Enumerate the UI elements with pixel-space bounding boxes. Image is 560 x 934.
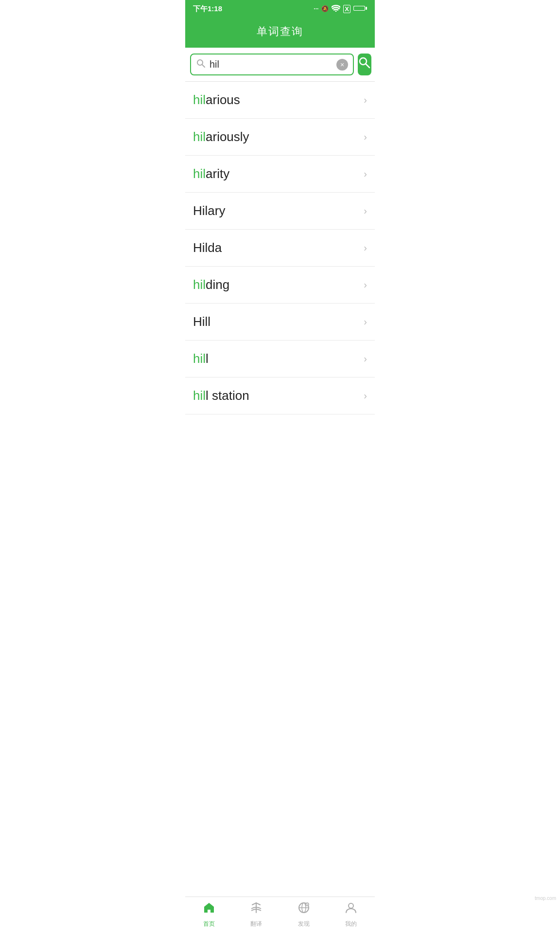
chevron-right-icon: › bbox=[364, 168, 367, 180]
chevron-right-icon: › bbox=[364, 353, 367, 364]
search-icon bbox=[358, 56, 371, 73]
chevron-right-icon: › bbox=[364, 131, 367, 143]
app-header: 单词查询 bbox=[185, 18, 375, 48]
chevron-right-icon: › bbox=[364, 205, 367, 216]
chevron-right-icon: › bbox=[364, 94, 367, 106]
word-rest: arious bbox=[206, 92, 240, 107]
svg-rect-1 bbox=[366, 7, 367, 10]
status-icons: ··· 🔕 X bbox=[314, 5, 367, 13]
results-list: hilarious›hilariously›hilarity›Hilary›Hi… bbox=[185, 82, 375, 414]
status-time: 下午1:18 bbox=[193, 4, 222, 14]
chevron-right-icon: › bbox=[364, 242, 367, 253]
battery-icon bbox=[353, 5, 367, 13]
word-highlight: hil bbox=[193, 351, 206, 366]
clear-button[interactable]: × bbox=[336, 59, 348, 71]
word-rest: ding bbox=[206, 277, 229, 292]
signal-dots-icon: ··· bbox=[314, 5, 318, 12]
list-item[interactable]: hilding› bbox=[185, 267, 375, 304]
word-highlight: hil bbox=[193, 277, 206, 292]
list-item[interactable]: hill station› bbox=[185, 377, 375, 414]
page-title: 单词查询 bbox=[185, 24, 375, 39]
word-highlight: hil bbox=[193, 166, 206, 181]
word-highlight: hil bbox=[193, 388, 206, 403]
chevron-right-icon: › bbox=[364, 279, 367, 290]
list-item[interactable]: Hill› bbox=[185, 304, 375, 341]
search-button[interactable] bbox=[358, 54, 371, 75]
mute-icon: 🔕 bbox=[321, 5, 329, 12]
wifi-icon bbox=[332, 5, 340, 13]
search-input[interactable] bbox=[210, 59, 332, 70]
word-text: Hilda bbox=[193, 240, 222, 255]
svg-line-4 bbox=[202, 65, 205, 67]
chevron-right-icon: › bbox=[364, 390, 367, 401]
word-rest: l bbox=[206, 351, 209, 366]
list-item[interactable]: hilarity› bbox=[185, 156, 375, 193]
word-highlight: hil bbox=[193, 92, 206, 107]
results-container: hilarious›hilariously›hilarity›Hilary›Hi… bbox=[185, 82, 375, 453]
list-item[interactable]: hill› bbox=[185, 341, 375, 377]
list-item[interactable]: hilariously› bbox=[185, 119, 375, 156]
word-highlight: hil bbox=[193, 129, 206, 144]
clear-icon: × bbox=[340, 61, 344, 69]
search-left-icon bbox=[196, 58, 206, 71]
list-item[interactable]: Hilda› bbox=[185, 230, 375, 267]
list-item[interactable]: Hilary› bbox=[185, 193, 375, 230]
svg-rect-2 bbox=[354, 6, 365, 10]
word-rest: ariously bbox=[206, 129, 249, 144]
word-text: Hilary bbox=[193, 203, 225, 218]
search-input-wrapper: × bbox=[190, 54, 354, 75]
word-text: Hill bbox=[193, 314, 210, 329]
word-rest: arity bbox=[206, 166, 229, 181]
list-item[interactable]: hilarious› bbox=[185, 82, 375, 119]
status-bar: 下午1:18 ··· 🔕 X bbox=[185, 0, 375, 18]
svg-line-6 bbox=[366, 64, 370, 68]
search-area: × bbox=[185, 48, 375, 82]
chevron-right-icon: › bbox=[364, 316, 367, 327]
word-rest: l station bbox=[206, 388, 249, 403]
sim-icon: X bbox=[343, 5, 350, 13]
